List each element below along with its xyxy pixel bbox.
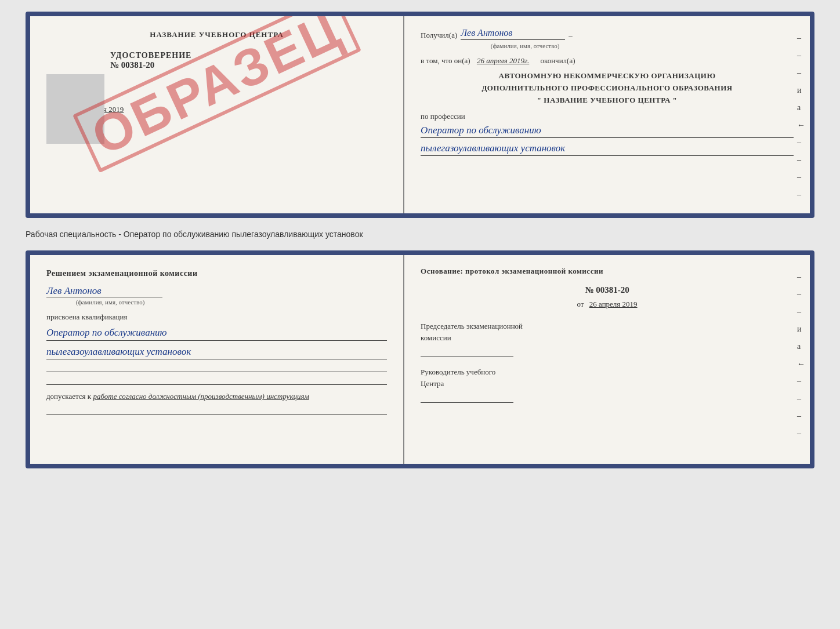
rukovoditel-line2: Центра [421, 379, 444, 388]
prisvoyena-label: присвоена квалификация [46, 312, 387, 322]
udostoverenie-number: № 00381-20 [110, 60, 387, 70]
received-line: Получил(а) Лев Антонов – [421, 28, 794, 40]
top-right-dashes: – – – и а ← – – – – [797, 34, 805, 199]
predsedatel-line2: комиссии [421, 333, 451, 342]
bottom-doc-right: Основание: протокол экзаменационной коми… [404, 255, 810, 464]
top-doc-left: НАЗВАНИЕ УЧЕБНОГО ЦЕНТРА УДОСТОВЕРЕНИЕ №… [30, 16, 404, 213]
vtom-end: окончил(а) [540, 56, 575, 65]
udostoverenie-block: УДОСТОВЕРЕНИЕ № 00381-20 [110, 51, 387, 70]
received-name: Лев Антонов [461, 28, 565, 40]
blank-line-2 [46, 378, 387, 385]
dopuskaetsya-value: работе согласно должностным (производств… [93, 392, 309, 401]
received-label: Получил(а) [421, 31, 457, 40]
org-line2: ДОПОЛНИТЕЛЬНОГО ПРОФЕССИОНАЛЬНОГО ОБРАЗО… [421, 82, 794, 94]
ot-date-value: 26 апреля 2019 [589, 300, 638, 308]
top-doc-right: Получил(а) Лев Антонов – (фамилия, имя, … [404, 16, 810, 213]
separator-text: Рабочая специальность - Оператор по обсл… [26, 227, 814, 241]
profession-label: по профессии [421, 112, 794, 121]
bottom-right-dashes: – – – и а ← – – – – [797, 272, 805, 438]
profession-line2: пылегазоулавливающих установок [421, 141, 794, 156]
profession-line1: Оператор по обслуживанию [421, 123, 794, 138]
blank-line-3 [46, 408, 387, 415]
bottom-document: Решением экзаменационной комиссии Лев Ан… [26, 250, 814, 468]
bottom-doc-left: Решением экзаменационной комиссии Лев Ан… [30, 255, 404, 464]
rukovoditel-line1: Руководитель учебного [421, 368, 495, 376]
protocol-number: № 00381-20 [421, 285, 794, 295]
org-line1: АВТОНОМНУЮ НЕКОММЕРЧЕСКУЮ ОРГАНИЗАЦИЮ [421, 70, 794, 82]
top-left-header: НАЗВАНИЕ УЧЕБНОГО ЦЕНТРА [46, 30, 387, 39]
dopuskaetsya-label: допускается к [46, 392, 91, 401]
predsedatel-signature [421, 346, 513, 357]
org-block: АВТОНОМНУЮ НЕКОММЕРЧЕСКУЮ ОРГАНИЗАЦИЮ ДО… [421, 70, 794, 106]
qualification-line1: Оператор по обслуживанию [46, 325, 387, 341]
osnovaniye-label: Основание: протокол экзаменационной коми… [421, 267, 794, 276]
udostoverenie-title: УДОСТОВЕРЕНИЕ [110, 51, 387, 60]
ot-label: от [577, 300, 584, 308]
top-document: НАЗВАНИЕ УЧЕБНОГО ЦЕНТРА УДОСТОВЕРЕНИЕ №… [26, 12, 814, 218]
predsedatel-line1: Председатель экзаменационной [421, 322, 523, 330]
ot-date: от 26 апреля 2019 [421, 300, 794, 309]
rukovoditel-text: Руководитель учебного Центра [421, 366, 794, 389]
qualification-line2: пылегазоулавливающих установок [46, 344, 387, 360]
bottom-person-name: Лев Антонов [46, 285, 162, 297]
fio-hint-top: (фамилия, имя, отчество) [467, 42, 583, 49]
decision-title: Решением экзаменационной комиссии [46, 269, 387, 278]
vtom-line: в том, что он(а) 26 апреля 2019г. окончи… [421, 56, 794, 66]
dopuskaetsya-text: допускается к работе согласно должностны… [46, 391, 387, 402]
rukovoditel-signature [421, 391, 513, 403]
org-line3: " НАЗВАНИЕ УЧЕБНОГО ЦЕНТРА " [421, 94, 794, 107]
vtom-date: 26 апреля 2019г. [477, 56, 529, 65]
bottom-fio-hint: (фамилия, имя, отчество) [46, 299, 174, 306]
received-dash: – [569, 31, 573, 40]
vtom-label: в том, что он(а) [421, 56, 470, 65]
blank-line-1 [46, 365, 387, 372]
photo-placeholder [46, 74, 104, 144]
predsedatel-text: Председатель экзаменационной комиссии [421, 321, 794, 343]
